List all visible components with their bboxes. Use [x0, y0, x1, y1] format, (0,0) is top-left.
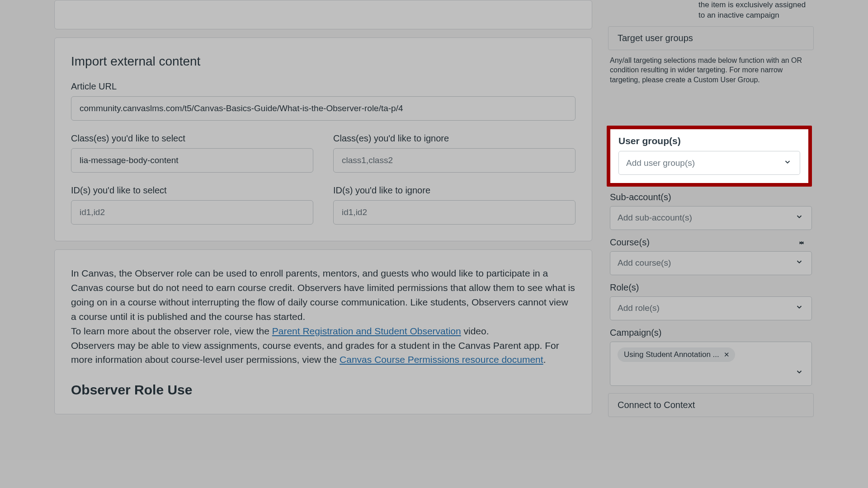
- ids-select-label: ID(s) you'd like to select: [71, 185, 313, 196]
- content-p2b: .: [543, 354, 546, 365]
- campaigns-dropdown[interactable]: Using Student Annotation ... ✕: [610, 342, 812, 386]
- campaigns-label: Campaign(s): [610, 328, 812, 338]
- ids-select-input[interactable]: [71, 200, 313, 225]
- ids-ignore-input[interactable]: [333, 200, 576, 225]
- top-spacer-card: [54, 0, 592, 29]
- link-canvas-permissions[interactable]: Canvas Course Permissions resource docum…: [340, 354, 543, 365]
- campaign-chip[interactable]: Using Student Annotation ... ✕: [618, 347, 735, 362]
- subaccounts-placeholder: Add sub-account(s): [618, 213, 692, 223]
- user-groups-highlight: User group(s) Add user group(s): [607, 126, 812, 187]
- chevron-down-icon: [795, 258, 803, 268]
- close-icon[interactable]: ✕: [724, 351, 730, 359]
- inactive-campaign-note: the item is exclusively assigned to an i…: [608, 0, 814, 21]
- import-title: Import external content: [71, 54, 576, 69]
- chevron-down-icon: [797, 239, 806, 249]
- courses-placeholder: Add course(s): [618, 258, 671, 268]
- courses-label: Course(s): [610, 237, 812, 248]
- content-p1a: In Canvas, the Observer role can be used…: [71, 268, 575, 322]
- accordion-connect-label: Connect to Context: [618, 400, 695, 410]
- content-p1b-post: video.: [461, 326, 489, 336]
- chevron-down-icon: [795, 303, 803, 314]
- user-groups-placeholder: Add user group(s): [626, 158, 695, 168]
- article-url-label: Article URL: [71, 81, 576, 92]
- chevron-down-icon: [795, 368, 803, 378]
- chevron-down-icon: [795, 213, 803, 223]
- classes-ignore-input[interactable]: [333, 148, 576, 173]
- classes-select-label: Class(es) you'd like to select: [71, 133, 313, 144]
- accordion-target-user-groups[interactable]: Target user groups: [608, 26, 814, 50]
- targeting-note: Any/all targeting selections made below …: [608, 56, 814, 92]
- roles-placeholder: Add role(s): [618, 303, 660, 313]
- chevron-down-icon: [783, 158, 792, 168]
- accordion-target-label: Target user groups: [618, 33, 693, 43]
- import-external-content-card: Import external content Article URL Clas…: [54, 38, 592, 241]
- subaccounts-label: Sub-account(s): [610, 192, 812, 202]
- content-body: In Canvas, the Observer role can be used…: [71, 266, 576, 367]
- campaign-chip-label: Using Student Annotation ...: [624, 350, 719, 359]
- roles-label: Role(s): [610, 282, 812, 293]
- classes-select-input[interactable]: [71, 148, 313, 173]
- roles-dropdown[interactable]: Add role(s): [610, 296, 812, 320]
- accordion-connect-to-context[interactable]: Connect to Context: [608, 393, 814, 417]
- classes-ignore-label: Class(es) you'd like to ignore: [333, 133, 576, 144]
- article-url-input[interactable]: [71, 96, 576, 121]
- content-preview-card: In Canvas, the Observer role can be used…: [54, 249, 592, 414]
- content-p1b-pre: To learn more about the observer role, v…: [71, 326, 272, 336]
- user-groups-dropdown[interactable]: Add user group(s): [618, 151, 800, 175]
- observer-role-use-heading: Observer Role Use: [71, 382, 576, 398]
- ids-ignore-label: ID(s) you'd like to ignore: [333, 185, 576, 196]
- subaccounts-dropdown[interactable]: Add sub-account(s): [610, 206, 812, 230]
- courses-dropdown[interactable]: Add course(s): [610, 251, 812, 275]
- link-parent-registration[interactable]: Parent Registration and Student Observat…: [272, 326, 461, 336]
- user-groups-label: User group(s): [618, 136, 800, 146]
